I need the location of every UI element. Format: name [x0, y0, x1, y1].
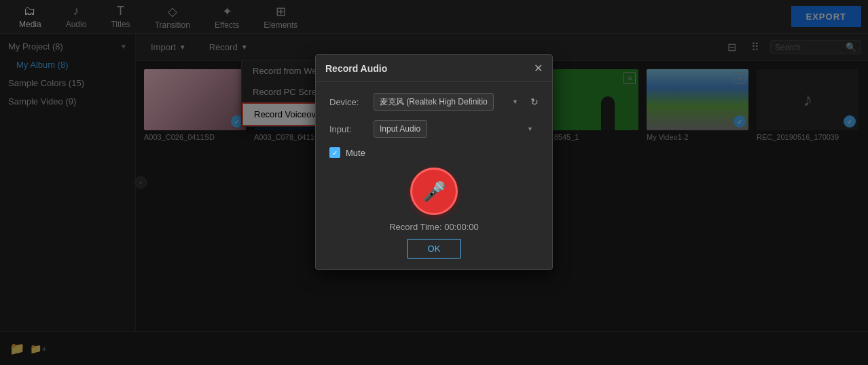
dialog-overlay: Record Audio ✕ Device: 麦克风 (Realtek High… [0, 0, 868, 365]
record-audio-dialog: Record Audio ✕ Device: 麦克风 (Realtek High… [315, 54, 553, 270]
input-select[interactable]: Input Audio [374, 120, 427, 138]
dialog-ok-button[interactable]: OK [407, 239, 462, 258]
mute-label: Mute [346, 148, 365, 158]
refresh-button[interactable]: ↻ [530, 96, 539, 107]
dialog-body: Device: 麦克风 (Realtek High Definitio ↻ In… [316, 82, 552, 269]
dialog-title: Record Audio [325, 63, 387, 74]
mic-record-button[interactable]: 🎤 [329, 168, 539, 215]
mute-checkbox[interactable]: ✓ [329, 147, 340, 158]
dialog-close-button[interactable]: ✕ [534, 62, 543, 75]
dialog-header: Record Audio ✕ [316, 55, 552, 82]
mic-circle[interactable]: 🎤 [410, 168, 458, 215]
device-select-wrapper: 麦克风 (Realtek High Definitio [374, 93, 524, 111]
mute-row: ✓ Mute [329, 147, 539, 158]
record-time: Record Time: 00:00:00 [329, 222, 539, 232]
input-select-wrapper: Input Audio [374, 120, 539, 138]
input-label: Input: [329, 124, 367, 134]
input-row: Input: Input Audio [329, 120, 539, 138]
device-label: Device: [329, 97, 367, 107]
device-row: Device: 麦克风 (Realtek High Definitio ↻ [329, 93, 539, 111]
device-select[interactable]: 麦克风 (Realtek High Definitio [374, 93, 494, 111]
